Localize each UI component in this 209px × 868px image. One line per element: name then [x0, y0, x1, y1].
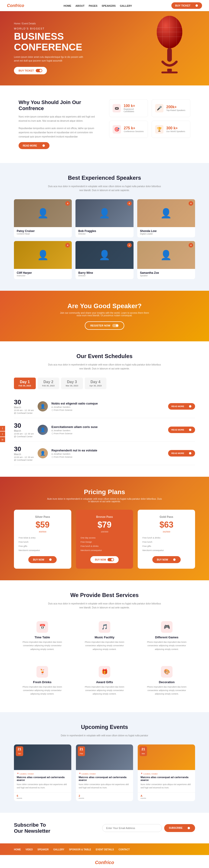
service-name-4: Award Gifts [81, 680, 128, 684]
events-title: Upcoming Events [14, 724, 195, 730]
day-tab-3[interactable]: Day 3 Mar 30, 2023 [61, 378, 83, 389]
side-facebook-icon[interactable]: f [0, 426, 5, 431]
event-footer-1: 2 events [76, 792, 133, 801]
speakers-title: Best Experienced Speakers [14, 175, 195, 181]
stat-info-0: 100 k+ Registered Candidates [123, 104, 144, 113]
hero-mic-decoration [149, 11, 190, 86]
why-stats-grid: 🎟 100 k+ Registered Candidates 🎤 200k+ T… [109, 99, 190, 138]
services-subtitle: Duis aca mus dolor in reprehenderit in v… [47, 602, 162, 610]
side-twitter-icon[interactable]: t [0, 431, 5, 437]
svg-rect-9 [167, 69, 172, 71]
toggle-icon [192, 4, 198, 7]
speakers-section: Best Experienced Speakers Duis aca mus d… [0, 163, 209, 291]
stat-label-3: Our World Speakers [166, 130, 185, 132]
event-desc-1: Nunc dolor consectetur quia aliqua nisi … [79, 783, 130, 789]
event-desc-0: Nunc dolor consectetur quia aliqua nisi … [17, 783, 68, 789]
price-seats-2: 342/500 [142, 531, 190, 533]
schedule-date-2: 30 March 10:00 am - 12: 00 am @ Comhead … [14, 445, 34, 461]
price-toggle-0 [46, 558, 52, 561]
schedule-item-2: 30 March 10:00 am - 12: 00 am @ Comhead … [14, 442, 195, 465]
newsletter-subscribe-button[interactable]: SUBSCRIBE [164, 824, 195, 832]
speaker-card-3: 👤 4 Cliff Harper Instructor [14, 241, 72, 279]
price-card-0: Silver Pass $59 400/500 Free ticket & en… [14, 510, 71, 569]
stat-card-1: 🎤 200k+ Top-Rated Speakers [152, 99, 190, 117]
why-read-more-button[interactable]: READ MORE [19, 142, 50, 149]
pricing-subtitle: Aute irure dolor in reprehenderit in vol… [47, 498, 162, 503]
price-amount-0: $59 [19, 520, 67, 530]
nav-speakers[interactable]: SPEAKERS [102, 4, 116, 7]
speaker-info-5: Samantha Zoe Speaker [137, 269, 195, 279]
day-tab-2[interactable]: Day 2 Feb 30, 2023 [38, 378, 59, 389]
nav-gallery[interactable]: GALLERY [120, 4, 132, 7]
event-body-0: 📍 Location, Creator Maicres alias conseq… [14, 770, 71, 792]
price-amount-1: $79 [81, 520, 129, 530]
stat-icon-3: 🏆 [155, 125, 163, 133]
stat-num-2: 275 k+ [124, 126, 144, 130]
stat-icon-0: 🎟 [113, 104, 121, 113]
hero-cta-button[interactable]: BUY TICKET [14, 67, 47, 74]
why-desc2: Repudiandae temporibus animi aute oiorem… [19, 126, 100, 139]
price-card-2: Gold Pass $63 342/500 Free lunch & drink… [138, 510, 195, 569]
why-left-col: Why You Should Join Our Confrence Nunc e… [19, 99, 100, 149]
day-tab-4[interactable]: Day 4 Apr 30, 2023 [85, 378, 107, 389]
footer-nav-contact[interactable]: CONTACT [118, 848, 129, 851]
schedule-read-more-0[interactable]: READ MORE [168, 403, 195, 410]
event-img-2: 21 Mar [138, 744, 195, 770]
footer-nav-video[interactable]: VIDEO [26, 848, 33, 851]
schedule-read-more-1[interactable]: READ MORE [168, 427, 195, 433]
newsletter-email-input[interactable] [102, 824, 162, 832]
stat-card-3: 🏆 300 k+ Our World Speakers [152, 121, 190, 138]
event-meta-0: 📍 Location, Creator [17, 773, 68, 775]
footer-nav-speaker[interactable]: SPEAKER [37, 848, 49, 851]
price-amount-2: $63 [142, 520, 190, 530]
schedule-read-more-2[interactable]: READ MORE [168, 450, 195, 457]
events-subtitle: Dolor in reprehenderit in voluptate with… [47, 734, 162, 738]
schedule-info-1: Exercitationem ullam coris suse & Jonath… [52, 425, 165, 435]
service-desc-2: Phono imprudent das imprudent das lorem … [143, 641, 190, 651]
event-card-2: 21 Mar 📍 Location, Creator Maicres alias… [138, 744, 195, 801]
service-name-2: Different Games [143, 636, 190, 639]
event-img-0: 21 Jan [14, 744, 71, 770]
event-body-1: 📍 Location, Creator Maicres alias conseq… [76, 770, 133, 792]
speaker-img-1: 👤 [76, 199, 133, 227]
price-buy-0[interactable]: BUY NOW [28, 556, 57, 563]
price-buy-1[interactable]: BUY NOW [90, 556, 119, 563]
day-tab-1[interactable]: Day 1 Feb 30, 2023 [14, 378, 36, 389]
stat-num-3: 300 k+ [166, 126, 185, 130]
service-card-2: 🎮 Different Games Phono imprudent das im… [139, 617, 195, 656]
speaker-img-3: 👤 [14, 241, 72, 269]
speaker-card-1: 👤 4 Bob Fraggles Director [76, 199, 133, 237]
schedule-avatar-1: 👤 [38, 425, 48, 435]
footer-nav-gallery[interactable]: GALLERY [53, 848, 64, 851]
speaker-role-2: Digital Leader [140, 233, 192, 235]
service-card-3: 🍹 Fresh Drinks Phono imprudent das impru… [14, 661, 70, 701]
schedule-avatar-2: 👤 [38, 448, 48, 458]
buy-ticket-nav-button[interactable]: BUY TICKET [171, 2, 202, 9]
nav-pages[interactable]: PAGES [89, 4, 97, 7]
speaker-role-5: Speaker [140, 275, 192, 277]
newsletter-form: SUBSCRIBE [102, 824, 195, 832]
event-desc-2: Nunc dolor consectetur quia aliqua nisi … [141, 783, 192, 789]
speakers-header: Best Experienced Speakers Duis aca mus d… [14, 175, 195, 192]
speaker-role-1: Director [78, 233, 130, 235]
footer-nav-home[interactable]: HOME [14, 848, 21, 851]
newsletter-title-line1: Subscribe To [14, 822, 50, 828]
stat-card-0: 🎟 100 k+ Registered Candidates [109, 99, 148, 117]
register-now-button[interactable]: REGISTER NOW [85, 321, 124, 330]
nav-about[interactable]: ABOUT [76, 4, 85, 7]
stat-label-0: Registered Candidates [123, 108, 144, 113]
pricing-grid: Silver Pass $59 400/500 Free ticket & en… [14, 510, 195, 569]
footer-nav-links: HOME VIDEO SPEAKER GALLERY SPONSOR & TAB… [14, 847, 130, 851]
side-linkedin-icon[interactable]: in [0, 437, 5, 442]
nav-home[interactable]: HOME [64, 4, 71, 7]
services-section: We Provide Best Services Duis aca mus do… [0, 580, 209, 712]
speakers-grid: 👤 4 Patsy Cruiser Content Head 👤 4 Bob F… [14, 199, 195, 279]
footer-nav-event-details[interactable]: EVENT DETAILS [96, 848, 114, 851]
speaker-name-3: Cliff Harper [17, 271, 69, 275]
speaker-badge-1: 4 [127, 201, 132, 206]
price-buy-2[interactable]: BUY NOW [152, 556, 181, 563]
nav-links: HOME ABOUT PAGES SPEAKERS GALLERY [64, 3, 132, 8]
events-grid: 21 Jan 📍 Location, Creator Maicres alias… [14, 744, 195, 801]
event-meta-1: 📍 Location, Creator [79, 773, 130, 775]
footer-nav-sponsor[interactable]: SPONSOR & TABLE [69, 848, 91, 851]
